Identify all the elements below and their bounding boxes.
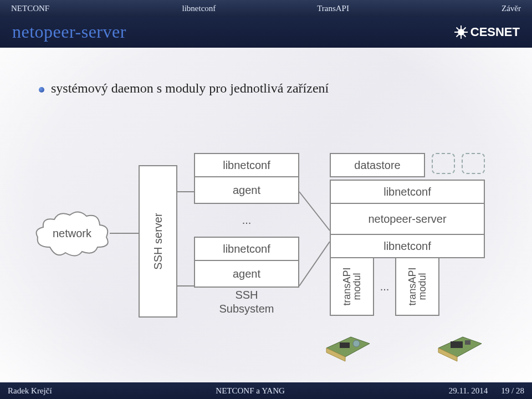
agent-box-top: agent bbox=[194, 176, 299, 204]
svg-line-4 bbox=[299, 242, 330, 286]
libnetconf-box-top: libnetconf bbox=[194, 153, 299, 177]
hardware-card-icon-2 bbox=[435, 330, 485, 364]
nav-tab-zaver[interactable]: Závěr bbox=[400, 4, 521, 13]
footer-page: 19 / 28 bbox=[501, 386, 524, 396]
ssh-subsystem-label-1: SSH bbox=[194, 289, 299, 301]
footer-author: Radek Krejčí bbox=[8, 386, 52, 396]
slide-header: netopeer-server CESNET bbox=[0, 17, 532, 48]
bullet-icon bbox=[39, 87, 44, 93]
agents-ellipsis: ... bbox=[194, 214, 299, 227]
svg-line-3 bbox=[299, 192, 330, 231]
svg-rect-7 bbox=[340, 342, 350, 348]
ssh-subsystem-label-2: Subsystem bbox=[194, 303, 299, 315]
nav-tab-netconf[interactable]: NETCONF bbox=[11, 4, 132, 13]
modules-ellipsis: ... bbox=[374, 257, 395, 316]
agent-box-bottom: agent bbox=[194, 260, 299, 288]
datastore-slot-2 bbox=[462, 153, 485, 174]
transapi-module-2-label: transAPImodul bbox=[407, 267, 427, 305]
transapi-module-1-label: transAPImodul bbox=[342, 267, 362, 305]
transapi-module-2: transAPImodul bbox=[395, 257, 439, 316]
server-column: datastore libnetconf netopeer-server lib… bbox=[330, 153, 485, 316]
cesnet-logo: CESNET bbox=[455, 25, 520, 39]
footer-date: 29.11. 2014 bbox=[449, 386, 488, 396]
hardware-card-icon-1 bbox=[323, 330, 373, 364]
ssh-server-box: SSH server bbox=[139, 165, 177, 318]
bullet-text: systémový daemon s moduly pro jednotlivá… bbox=[51, 81, 329, 96]
ssh-server-label: SSH server bbox=[152, 213, 165, 269]
libnetconf-box-server-bottom: libnetconf bbox=[330, 234, 485, 258]
bullet-line: systémový daemon s moduly pro jednotlivá… bbox=[39, 81, 329, 96]
datastore-slot-1 bbox=[432, 153, 455, 174]
svg-rect-12 bbox=[465, 340, 470, 345]
svg-point-8 bbox=[353, 340, 360, 347]
cloud-label: network bbox=[33, 208, 111, 258]
libnetconf-box-bottom: libnetconf bbox=[194, 237, 299, 261]
nav-tab-libnetconf[interactable]: libnetconf bbox=[132, 4, 266, 13]
footer-title: NETCONF a YANG bbox=[52, 386, 449, 396]
slide-title: netopeer-server bbox=[12, 22, 126, 42]
libnetconf-box-server-top: libnetconf bbox=[330, 180, 485, 204]
sun-icon bbox=[455, 26, 467, 38]
ssh-subsystem-column: libnetconf agent ... libnetconf agent SS… bbox=[194, 153, 299, 315]
netopeer-server-box: netopeer-server bbox=[330, 203, 485, 235]
nav-tab-transapi[interactable]: TransAPI bbox=[266, 4, 400, 13]
transapi-module-1: transAPImodul bbox=[330, 257, 374, 316]
top-nav: NETCONF libnetconf TransAPI Závěr bbox=[0, 0, 532, 17]
network-cloud: network bbox=[33, 208, 111, 258]
slide-body: systémový daemon s moduly pro jednotlivá… bbox=[0, 48, 532, 382]
architecture-diagram: network SSH server libnetconf agent ... … bbox=[22, 120, 510, 371]
slide-footer: Radek Krejčí NETCONF a YANG 29.11. 2014 … bbox=[0, 382, 532, 399]
svg-rect-11 bbox=[451, 341, 463, 348]
logo-text: CESNET bbox=[470, 25, 520, 39]
datastore-box: datastore bbox=[330, 153, 425, 177]
